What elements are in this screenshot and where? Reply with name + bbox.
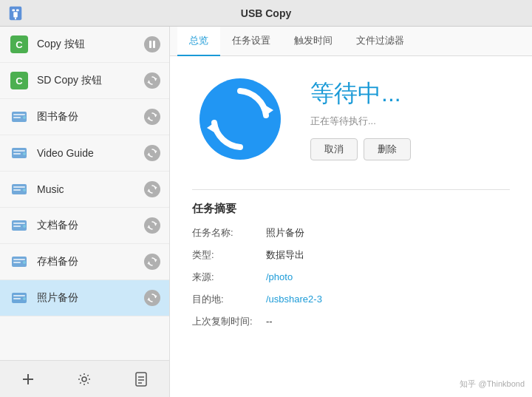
svg-point-12 <box>23 116 26 119</box>
badge-sync <box>144 217 160 234</box>
section-divider <box>192 189 510 190</box>
svg-rect-3 <box>13 12 18 17</box>
tab-overview[interactable]: 总览 <box>177 27 220 56</box>
badge-pause <box>144 36 160 52</box>
item-label-music: Music <box>37 183 144 195</box>
svg-marker-32 <box>148 226 149 229</box>
nas-icon <box>10 108 28 126</box>
main-layout: C Copy 按钮 C SD Copy 按钮 图书备份 <box>0 27 532 397</box>
content-area: 总览任务设置触发时间文件过滤器 等待中... <box>170 27 532 397</box>
watermark: 知乎 @Thinkbond <box>460 379 525 390</box>
svg-rect-41 <box>13 298 21 299</box>
svg-rect-40 <box>13 295 25 296</box>
svg-rect-23 <box>13 189 21 191</box>
svg-marker-20 <box>148 154 149 157</box>
sync-icon <box>196 75 284 163</box>
sync-icon-wrap <box>192 71 288 167</box>
task-value-1: 数据导出 <box>266 248 304 262</box>
tab-trigger-time[interactable]: 触发时间 <box>282 27 344 56</box>
tab-file-filter[interactable]: 文件过滤器 <box>344 27 416 56</box>
svg-rect-48 <box>136 373 146 386</box>
task-label-3: 目的地: <box>192 293 266 306</box>
svg-rect-29 <box>13 225 21 227</box>
svg-marker-38 <box>148 262 149 265</box>
sidebar-toolbar <box>0 360 169 397</box>
nas-icon <box>10 217 28 234</box>
status-buttons: 取消 删除 <box>310 138 411 160</box>
item-label-book-backup: 图书备份 <box>37 110 144 123</box>
cancel-button[interactable]: 取消 <box>310 138 358 160</box>
badge-sync <box>144 145 160 161</box>
sidebar-item-doc-backup[interactable]: 文档备份 <box>0 208 169 244</box>
item-label-copy-button: Copy 按钮 <box>37 38 144 51</box>
svg-rect-1 <box>12 9 15 11</box>
svg-rect-17 <box>13 153 21 155</box>
task-summary: 任务摘要 任务名称: 照片备份 类型: 数据导出 来源: /photo 目的地:… <box>192 202 510 328</box>
svg-point-36 <box>23 261 26 264</box>
task-summary-title: 任务摘要 <box>192 202 510 216</box>
status-subtitle: 正在等待执行... <box>310 115 411 128</box>
svg-rect-11 <box>13 117 21 118</box>
settings-button[interactable] <box>71 366 98 393</box>
svg-rect-28 <box>13 223 25 224</box>
task-label-4: 上次复制时间: <box>192 315 266 328</box>
app-title: USB Copy <box>241 7 291 19</box>
app-icon <box>7 5 24 21</box>
item-icon-doc-backup <box>9 215 30 236</box>
sidebar-item-sd-copy-button[interactable]: C SD Copy 按钮 <box>0 63 169 99</box>
sidebar-item-video-guide[interactable]: Video Guide <box>0 135 169 172</box>
svg-rect-22 <box>13 186 25 188</box>
task-label-2: 来源: <box>192 271 266 284</box>
svg-point-30 <box>23 225 26 228</box>
svg-rect-2 <box>16 9 19 11</box>
svg-rect-10 <box>13 114 25 115</box>
task-value-4: -- <box>266 316 273 327</box>
svg-rect-34 <box>13 259 25 260</box>
svg-marker-31 <box>156 223 157 225</box>
badge-sync <box>144 254 160 270</box>
task-row-4: 上次复制时间: -- <box>192 315 510 328</box>
task-rows: 任务名称: 照片备份 类型: 数据导出 来源: /photo 目的地: /usb… <box>192 226 510 328</box>
item-label-doc-backup: 文档备份 <box>37 219 144 232</box>
item-icon-music <box>9 179 30 200</box>
task-row-1: 类型: 数据导出 <box>192 248 510 262</box>
sidebar-item-copy-button[interactable]: C Copy 按钮 <box>0 27 169 63</box>
delete-button[interactable]: 删除 <box>364 138 411 160</box>
sidebar-item-book-backup[interactable]: 图书备份 <box>0 99 169 135</box>
svg-rect-4 <box>15 17 16 19</box>
svg-marker-14 <box>148 118 149 121</box>
item-icon-sd-copy-button: C <box>9 70 30 91</box>
item-label-photo-backup: 照片备份 <box>37 291 144 305</box>
svg-marker-13 <box>156 114 157 117</box>
nas-icon <box>10 289 28 307</box>
file-button[interactable] <box>128 366 154 393</box>
task-label-0: 任务名称: <box>192 226 266 240</box>
nas-icon <box>10 253 28 271</box>
svg-marker-26 <box>148 190 149 193</box>
sidebar-item-archive-backup[interactable]: 存档备份 <box>0 244 169 280</box>
svg-marker-7 <box>156 78 157 81</box>
sidebar-list: C Copy 按钮 C SD Copy 按钮 图书备份 <box>0 27 169 360</box>
tab-task-settings[interactable]: 任务设置 <box>220 27 282 56</box>
sidebar-item-music[interactable]: Music <box>0 172 169 208</box>
task-row-3: 目的地: /usbshare2-3 <box>192 293 510 306</box>
task-value-2: /photo <box>266 271 293 282</box>
item-label-video-guide: Video Guide <box>37 147 144 159</box>
svg-rect-6 <box>153 41 155 48</box>
svg-marker-8 <box>148 81 149 84</box>
svg-marker-44 <box>148 299 149 302</box>
task-value-0: 照片备份 <box>266 226 304 240</box>
content-body: 等待中... 正在等待执行... 取消 删除 任务摘要 任务名称: 照片备份 类… <box>170 56 532 397</box>
item-label-archive-backup: 存档备份 <box>37 255 144 268</box>
task-value-3: /usbshare2-3 <box>266 293 322 305</box>
title-bar: USB Copy <box>0 0 532 27</box>
add-button[interactable] <box>15 366 41 393</box>
status-section: 等待中... 正在等待执行... 取消 删除 <box>192 71 510 167</box>
task-label-1: 类型: <box>192 248 266 262</box>
sidebar-item-photo-backup[interactable]: 照片备份 <box>0 280 169 316</box>
c-icon: C <box>10 72 28 89</box>
tab-bar: 总览任务设置触发时间文件过滤器 <box>170 27 532 56</box>
svg-marker-37 <box>156 259 157 262</box>
badge-sync <box>144 72 160 89</box>
badge-sync <box>144 109 160 125</box>
